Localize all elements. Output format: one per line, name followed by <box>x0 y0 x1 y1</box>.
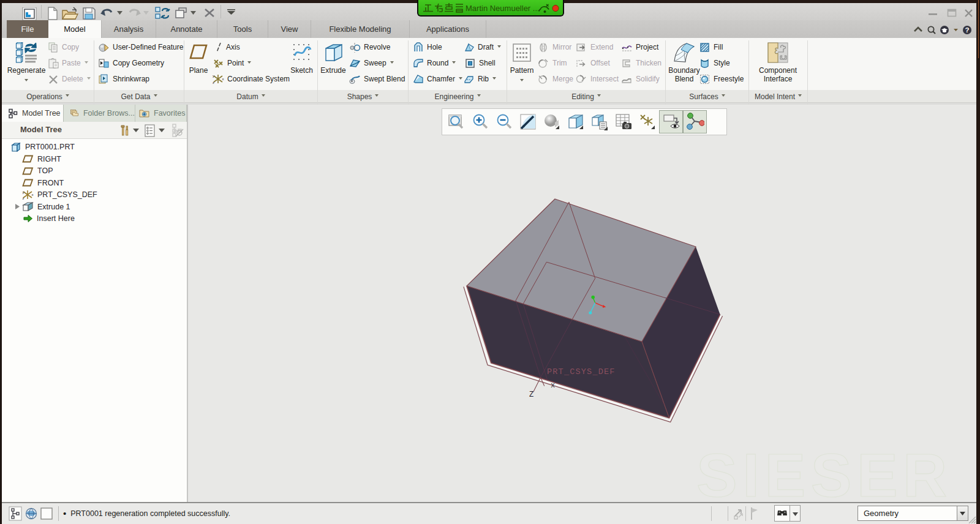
svg-text:y: y <box>533 368 538 376</box>
svg-text:x: x <box>551 381 555 390</box>
svg-text:x: x <box>32 193 34 196</box>
svg-text:Z: Z <box>529 391 533 399</box>
svg-text:z: z <box>213 81 214 84</box>
svg-text:PRT_CSYS_DEF: PRT_CSYS_DEF <box>547 367 616 376</box>
svg-text:z: z <box>23 196 24 200</box>
svg-text:Martin Neumueller ...: Martin Neumueller ... <box>466 4 540 13</box>
svg-text:y: y <box>213 74 214 78</box>
svg-text:x: x <box>222 77 224 81</box>
svg-text:y: y <box>23 190 24 194</box>
svg-text:?: ? <box>965 26 969 34</box>
